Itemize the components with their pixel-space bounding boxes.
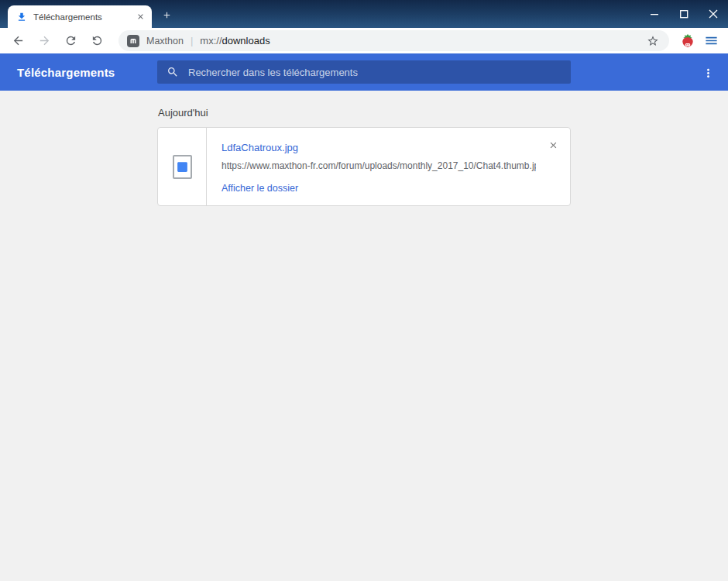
back-icon: [12, 34, 25, 47]
bookmark-star-button[interactable]: [644, 33, 661, 50]
maximize-button[interactable]: [669, 0, 699, 28]
close-icon: [548, 140, 558, 150]
address-site-label: Maxthon: [146, 36, 184, 46]
star-icon: [647, 35, 659, 47]
url-path: downloads: [222, 35, 270, 46]
window-controls: [640, 0, 728, 28]
search-input[interactable]: [188, 67, 561, 78]
tab-close-icon[interactable]: [134, 10, 147, 23]
image-file-icon: [173, 155, 192, 179]
close-button[interactable]: [699, 0, 728, 28]
tab-title: Téléchargements: [33, 12, 134, 22]
forward-button[interactable]: [33, 30, 55, 52]
forward-icon: [38, 34, 51, 47]
back-button[interactable]: [7, 30, 29, 52]
file-icon-cell: [158, 128, 207, 205]
toolbar: Maxthon | mx://downloads: [0, 28, 728, 53]
download-item-body: LdfaChatroux.jpg https://www.maxthon-fr.…: [207, 128, 570, 205]
maxthon-logo-icon: [127, 35, 139, 47]
page-title: Téléchargements: [17, 66, 115, 79]
header-menu-button[interactable]: [700, 65, 716, 81]
browser-window: Téléchargements: [0, 0, 728, 581]
titlebar: Téléchargements: [0, 0, 728, 28]
downloads-header: Téléchargements: [0, 53, 728, 91]
download-source-url: https://www.maxthon-fr.com/forum/uploads…: [221, 160, 536, 171]
strawberry-icon: [682, 34, 694, 47]
new-tab-button[interactable]: [156, 4, 177, 26]
address-separator: |: [191, 35, 193, 46]
kebab-icon: [702, 67, 715, 80]
downloads-content: Aujourd'hui LdfaChatroux.jpg https://www…: [0, 91, 728, 581]
undo-icon: [91, 34, 104, 47]
main-menu-button[interactable]: [700, 30, 722, 52]
download-icon: [16, 12, 27, 22]
undo-closed-tab-button[interactable]: [86, 30, 108, 52]
download-item-card: LdfaChatroux.jpg https://www.maxthon-fr.…: [157, 127, 571, 206]
show-in-folder-link[interactable]: Afficher le dossier: [221, 183, 298, 194]
tab-telechargements[interactable]: Téléchargements: [8, 5, 152, 28]
extension-strawberry-button[interactable]: [677, 30, 699, 52]
search-icon: [167, 66, 179, 78]
refresh-button[interactable]: [60, 30, 81, 52]
download-filename-link[interactable]: LdfaChatroux.jpg: [221, 142, 298, 153]
minimize-button[interactable]: [640, 0, 669, 28]
refresh-icon: [64, 34, 77, 47]
address-bar[interactable]: Maxthon | mx://downloads: [118, 30, 669, 51]
url-scheme: mx://: [200, 35, 221, 46]
remove-download-button[interactable]: [546, 138, 560, 152]
search-box[interactable]: [157, 60, 571, 84]
hamburger-icon: [704, 33, 719, 48]
date-group-label: Aujourd'hui: [158, 107, 208, 119]
